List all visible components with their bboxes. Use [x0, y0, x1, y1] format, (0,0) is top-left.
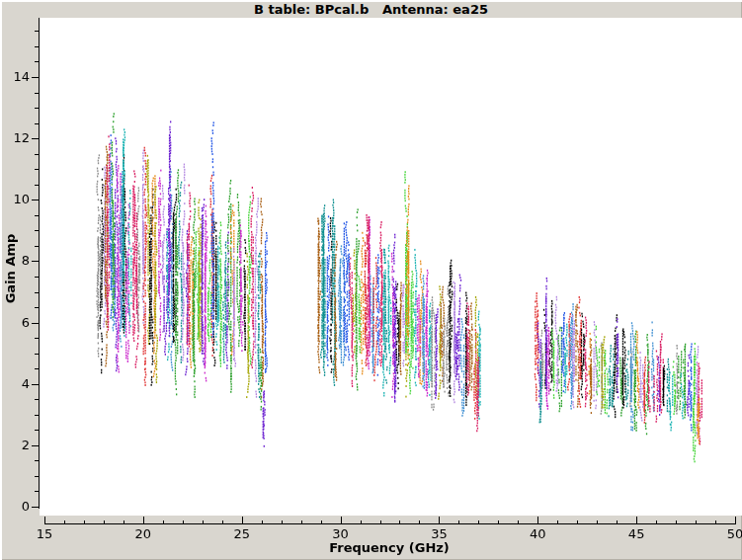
x-axis-title: Frequency (GHz)	[329, 540, 450, 555]
x-tick-label: 45	[617, 526, 656, 541]
chart-canvas	[0, 0, 742, 560]
plotcal-window: B table: BPcal.b Antenna: ea25 Gain Amp …	[0, 0, 742, 560]
x-tick-label: 50	[715, 526, 742, 541]
y-tick-label: 4	[4, 376, 30, 391]
y-tick-label: 0	[4, 499, 30, 514]
y-tick-label: 8	[4, 253, 30, 268]
y-tick-label: 12	[4, 130, 30, 145]
x-tick-label: 15	[25, 526, 64, 541]
y-tick-label: 14	[4, 69, 30, 84]
y-tick-label: 2	[4, 438, 30, 452]
x-tick-label: 20	[124, 526, 163, 541]
x-tick-label: 35	[419, 526, 458, 541]
y-axis-title: Gain Amp	[3, 234, 18, 304]
x-tick-label: 25	[222, 526, 262, 541]
y-tick-label: 6	[4, 315, 30, 330]
x-tick-label: 40	[518, 526, 557, 541]
y-tick-label: 10	[4, 192, 30, 206]
x-tick-label: 30	[321, 526, 361, 541]
